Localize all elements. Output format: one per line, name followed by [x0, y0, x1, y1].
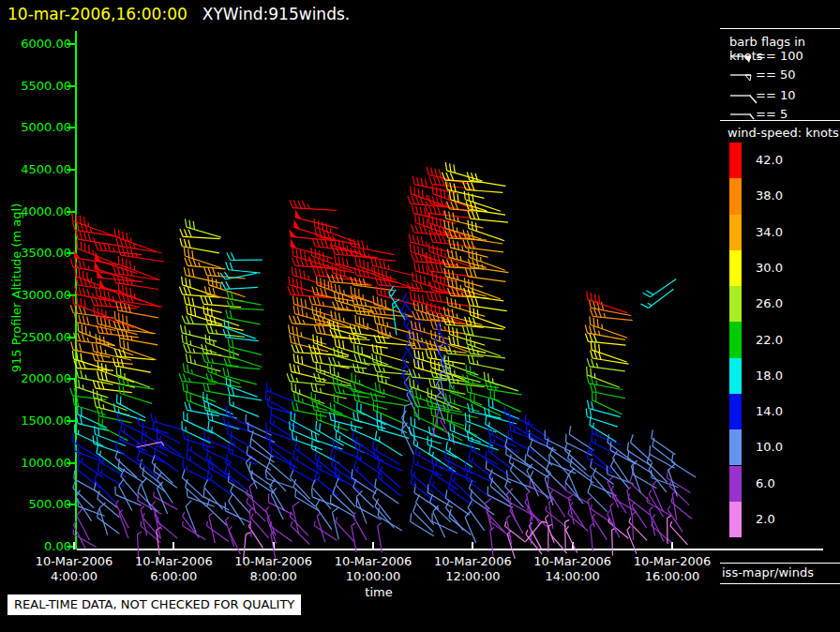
colorbar-band: [729, 502, 742, 537]
colorbar-value-label: 38.0: [756, 188, 783, 203]
y-tick-label: 2000.00: [15, 371, 71, 385]
colorbar-value-label: 6.0: [756, 476, 775, 490]
barb-legend-label: == 5: [756, 107, 788, 121]
x-tick-date-label: 10-Mar-2006: [434, 554, 512, 568]
x-tick-time-label: 12:00:00: [445, 569, 500, 583]
y-tick-label: 500.00: [15, 497, 71, 511]
y-tick-label: 6000.00: [15, 37, 71, 51]
footer-label: iss-mapr/winds: [722, 565, 814, 579]
x-tick-date-label: 10-Mar-2006: [533, 554, 611, 568]
colorbar-band: [729, 215, 742, 250]
barb-legend-label: == 100: [756, 49, 803, 63]
wind-profiler-display: 10-mar-2006,16:00:00XYWind:915winds. 915…: [0, 0, 840, 632]
barb-legend-label: == 50: [756, 68, 795, 82]
x-tick-time-label: 16:00:00: [645, 569, 699, 583]
colorbar-band: [729, 466, 742, 502]
colorbar-band: [729, 394, 742, 429]
y-tick-label: 5500.00: [15, 79, 71, 93]
colorbar-value-label: 14.0: [756, 404, 783, 418]
colorbar-band: [729, 178, 742, 214]
y-tick-label: 5000.00: [15, 120, 71, 134]
disclaimer-banner: REAL-TIME DATA, NOT CHECKED FOR QUALITY: [8, 594, 301, 615]
x-axis-label: time: [365, 585, 392, 599]
y-tick-label: 3000.00: [15, 288, 71, 302]
y-tick-label: 1500.00: [15, 414, 71, 428]
colorbar-band: [729, 286, 742, 322]
x-tick-time-label: 10:00:00: [346, 569, 400, 583]
x-tick-date-label: 10-Mar-2006: [36, 554, 113, 568]
colorbar-value-label: 42.0: [756, 153, 783, 167]
x-tick-time-label: 6:00:00: [150, 569, 197, 583]
x-tick-date-label: 10-Mar-2006: [135, 554, 213, 568]
colorbar-value-label: 26.0: [756, 296, 783, 310]
wind-barb-plot: [0, 0, 840, 632]
colorbar-value-label: 2.0: [756, 512, 775, 526]
y-tick-label: 2500.00: [15, 330, 71, 344]
x-tick-date-label: 10-Mar-2006: [634, 554, 712, 568]
x-tick-date-label: 10-Mar-2006: [335, 554, 412, 568]
x-tick-time-label: 4:00:00: [51, 569, 98, 583]
colorbar-value-label: 18.0: [756, 369, 783, 383]
footer-separator-bottom: [720, 583, 840, 584]
y-tick-label: 1000.00: [15, 456, 71, 470]
colorbar-value-label: 30.0: [756, 261, 783, 275]
colorbar-value-label: 34.0: [756, 225, 783, 239]
x-tick-time-label: 14:00:00: [545, 569, 599, 583]
colorbar-band: [729, 429, 742, 465]
colorbar-value-label: 22.0: [756, 333, 783, 347]
speed-legend-title: wind-speed: knots: [728, 126, 839, 140]
barb-legend-label: == 10: [756, 88, 795, 102]
legend-separator-mid: [720, 120, 840, 121]
y-tick-label: 0.00: [15, 539, 71, 553]
colorbar-band: [729, 250, 742, 286]
colorbar-band: [729, 143, 742, 178]
y-tick-label: 3500.00: [15, 246, 71, 260]
y-tick-label: 4500.00: [15, 162, 71, 176]
colorbar-value-label: 10.0: [756, 440, 783, 454]
footer-separator-top: [720, 563, 840, 564]
legend-separator-top: [720, 28, 840, 29]
x-tick-time-label: 8:00:00: [250, 569, 297, 583]
x-tick-date-label: 10-Mar-2006: [234, 554, 312, 568]
colorbar-band: [729, 322, 742, 357]
y-tick-label: 4000.00: [15, 204, 71, 218]
colorbar-band: [729, 358, 742, 394]
